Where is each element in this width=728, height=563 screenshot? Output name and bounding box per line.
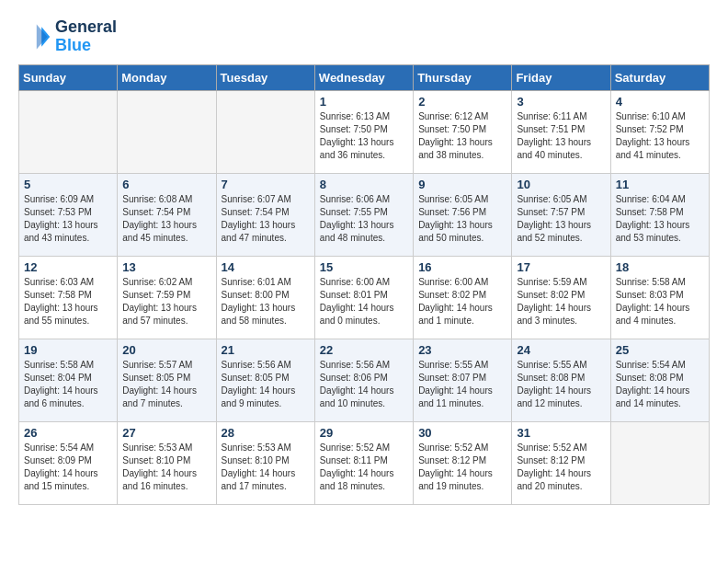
- day-info: Sunrise: 5:58 AM Sunset: 8:04 PM Dayligh…: [24, 359, 112, 410]
- calendar-cell: 15Sunrise: 6:00 AM Sunset: 8:01 PM Dayli…: [314, 256, 413, 339]
- day-info: Sunrise: 6:10 AM Sunset: 7:52 PM Dayligh…: [616, 110, 704, 162]
- day-number: 26: [24, 426, 112, 440]
- calendar-cell: 2Sunrise: 6:12 AM Sunset: 7:50 PM Daylig…: [414, 90, 512, 173]
- day-info: Sunrise: 6:05 AM Sunset: 7:56 PM Dayligh…: [418, 193, 506, 245]
- calendar-cell: 29Sunrise: 5:52 AM Sunset: 8:11 PM Dayli…: [314, 421, 413, 504]
- day-info: Sunrise: 5:56 AM Sunset: 8:06 PM Dayligh…: [320, 359, 408, 410]
- day-number: 30: [418, 426, 506, 440]
- calendar-cell: [19, 90, 118, 173]
- calendar-cell: 22Sunrise: 5:56 AM Sunset: 8:06 PM Dayli…: [314, 339, 413, 421]
- day-info: Sunrise: 5:57 AM Sunset: 8:05 PM Dayligh…: [122, 359, 210, 410]
- day-number: 7: [222, 178, 310, 191]
- day-number: 22: [320, 343, 408, 357]
- calendar-cell: 9Sunrise: 6:05 AM Sunset: 7:56 PM Daylig…: [414, 173, 512, 256]
- calendar-cell: 19Sunrise: 5:58 AM Sunset: 8:04 PM Dayli…: [19, 339, 118, 421]
- calendar-cell: 20Sunrise: 5:57 AM Sunset: 8:05 PM Dayli…: [118, 339, 216, 421]
- calendar-cell: 4Sunrise: 6:10 AM Sunset: 7:52 PM Daylig…: [610, 90, 709, 173]
- day-number: 20: [122, 343, 210, 357]
- day-info: Sunrise: 6:13 AM Sunset: 7:50 PM Dayligh…: [320, 110, 408, 162]
- day-number: 2: [418, 95, 506, 109]
- day-info: Sunrise: 5:52 AM Sunset: 8:12 PM Dayligh…: [418, 442, 506, 493]
- day-info: Sunrise: 5:53 AM Sunset: 8:10 PM Dayligh…: [122, 442, 210, 493]
- logo-text: General Blue: [55, 18, 117, 55]
- day-number: 28: [222, 426, 310, 440]
- calendar-header-row: SundayMondayTuesdayWednesdayThursdayFrid…: [19, 64, 710, 90]
- calendar-header-wednesday: Wednesday: [314, 64, 413, 90]
- calendar-cell: [610, 421, 709, 504]
- day-info: Sunrise: 5:54 AM Sunset: 8:08 PM Dayligh…: [616, 359, 704, 410]
- calendar-table: SundayMondayTuesdayWednesdayThursdayFrid…: [18, 64, 710, 505]
- day-info: Sunrise: 6:11 AM Sunset: 7:51 PM Dayligh…: [517, 110, 605, 162]
- day-info: Sunrise: 6:00 AM Sunset: 8:02 PM Dayligh…: [418, 276, 506, 327]
- day-number: 9: [418, 178, 506, 191]
- day-info: Sunrise: 5:52 AM Sunset: 8:12 PM Dayligh…: [517, 442, 605, 493]
- calendar-cell: 11Sunrise: 6:04 AM Sunset: 7:58 PM Dayli…: [610, 173, 709, 256]
- day-info: Sunrise: 5:54 AM Sunset: 8:09 PM Dayligh…: [24, 442, 112, 493]
- day-number: 27: [122, 426, 210, 440]
- calendar-cell: 24Sunrise: 5:55 AM Sunset: 8:08 PM Dayli…: [512, 339, 610, 421]
- day-info: Sunrise: 5:52 AM Sunset: 8:11 PM Dayligh…: [320, 442, 408, 493]
- calendar-cell: 12Sunrise: 6:03 AM Sunset: 7:58 PM Dayli…: [19, 256, 118, 339]
- calendar-week-1: 1Sunrise: 6:13 AM Sunset: 7:50 PM Daylig…: [19, 90, 710, 173]
- day-number: 11: [616, 178, 704, 191]
- calendar-header-tuesday: Tuesday: [216, 64, 314, 90]
- day-number: 15: [320, 260, 408, 274]
- day-number: 23: [418, 343, 506, 357]
- calendar-cell: [118, 90, 216, 173]
- day-number: 31: [517, 426, 605, 440]
- day-number: 21: [222, 343, 310, 357]
- calendar-cell: 8Sunrise: 6:06 AM Sunset: 7:55 PM Daylig…: [314, 173, 413, 256]
- calendar-cell: 1Sunrise: 6:13 AM Sunset: 7:50 PM Daylig…: [314, 90, 413, 173]
- calendar-cell: 31Sunrise: 5:52 AM Sunset: 8:12 PM Dayli…: [512, 421, 610, 504]
- day-number: 18: [616, 260, 704, 274]
- calendar-cell: 17Sunrise: 5:59 AM Sunset: 8:02 PM Dayli…: [512, 256, 610, 339]
- day-info: Sunrise: 6:07 AM Sunset: 7:54 PM Dayligh…: [222, 193, 310, 245]
- calendar-cell: 6Sunrise: 6:08 AM Sunset: 7:54 PM Daylig…: [118, 173, 216, 256]
- day-number: 6: [122, 178, 210, 191]
- calendar-cell: 3Sunrise: 6:11 AM Sunset: 7:51 PM Daylig…: [512, 90, 610, 173]
- day-info: Sunrise: 5:59 AM Sunset: 8:02 PM Dayligh…: [517, 276, 605, 327]
- day-number: 24: [517, 343, 605, 357]
- day-number: 4: [616, 95, 704, 109]
- day-number: 5: [24, 178, 112, 191]
- logo: General Blue: [18, 18, 117, 55]
- calendar-cell: 7Sunrise: 6:07 AM Sunset: 7:54 PM Daylig…: [216, 173, 314, 256]
- day-info: Sunrise: 5:58 AM Sunset: 8:03 PM Dayligh…: [616, 276, 704, 327]
- day-number: 16: [418, 260, 506, 274]
- day-info: Sunrise: 6:01 AM Sunset: 8:00 PM Dayligh…: [222, 276, 310, 327]
- day-number: 8: [320, 178, 408, 191]
- day-number: 17: [517, 260, 605, 274]
- day-number: 29: [320, 426, 408, 440]
- calendar-cell: 14Sunrise: 6:01 AM Sunset: 8:00 PM Dayli…: [216, 256, 314, 339]
- page-header: General Blue: [18, 18, 710, 55]
- day-info: Sunrise: 6:06 AM Sunset: 7:55 PM Dayligh…: [320, 193, 408, 245]
- day-info: Sunrise: 6:02 AM Sunset: 7:59 PM Dayligh…: [122, 276, 210, 327]
- calendar-cell: 18Sunrise: 5:58 AM Sunset: 8:03 PM Dayli…: [610, 256, 709, 339]
- day-number: 19: [24, 343, 112, 357]
- day-info: Sunrise: 6:04 AM Sunset: 7:58 PM Dayligh…: [616, 193, 704, 245]
- calendar-cell: 27Sunrise: 5:53 AM Sunset: 8:10 PM Dayli…: [118, 421, 216, 504]
- day-number: 12: [24, 260, 112, 274]
- day-info: Sunrise: 6:00 AM Sunset: 8:01 PM Dayligh…: [320, 276, 408, 327]
- day-number: 13: [122, 260, 210, 274]
- day-info: Sunrise: 5:55 AM Sunset: 8:08 PM Dayligh…: [517, 359, 605, 410]
- calendar-week-5: 26Sunrise: 5:54 AM Sunset: 8:09 PM Dayli…: [19, 421, 710, 504]
- logo-icon: [18, 20, 51, 53]
- calendar-cell: 21Sunrise: 5:56 AM Sunset: 8:05 PM Dayli…: [216, 339, 314, 421]
- calendar-cell: 5Sunrise: 6:09 AM Sunset: 7:53 PM Daylig…: [19, 173, 118, 256]
- day-info: Sunrise: 6:12 AM Sunset: 7:50 PM Dayligh…: [418, 110, 506, 162]
- calendar-cell: 25Sunrise: 5:54 AM Sunset: 8:08 PM Dayli…: [610, 339, 709, 421]
- calendar-cell: 30Sunrise: 5:52 AM Sunset: 8:12 PM Dayli…: [414, 421, 512, 504]
- calendar-header-thursday: Thursday: [414, 64, 512, 90]
- day-number: 25: [616, 343, 704, 357]
- day-info: Sunrise: 6:08 AM Sunset: 7:54 PM Dayligh…: [122, 193, 210, 245]
- calendar-header-sunday: Sunday: [19, 64, 118, 90]
- calendar-header-friday: Friday: [512, 64, 610, 90]
- day-info: Sunrise: 6:03 AM Sunset: 7:58 PM Dayligh…: [24, 276, 112, 327]
- calendar-week-2: 5Sunrise: 6:09 AM Sunset: 7:53 PM Daylig…: [19, 173, 710, 256]
- calendar-week-3: 12Sunrise: 6:03 AM Sunset: 7:58 PM Dayli…: [19, 256, 710, 339]
- day-info: Sunrise: 5:56 AM Sunset: 8:05 PM Dayligh…: [222, 359, 310, 410]
- day-info: Sunrise: 5:53 AM Sunset: 8:10 PM Dayligh…: [222, 442, 310, 493]
- day-info: Sunrise: 6:05 AM Sunset: 7:57 PM Dayligh…: [517, 193, 605, 245]
- day-info: Sunrise: 6:09 AM Sunset: 7:53 PM Dayligh…: [24, 193, 112, 245]
